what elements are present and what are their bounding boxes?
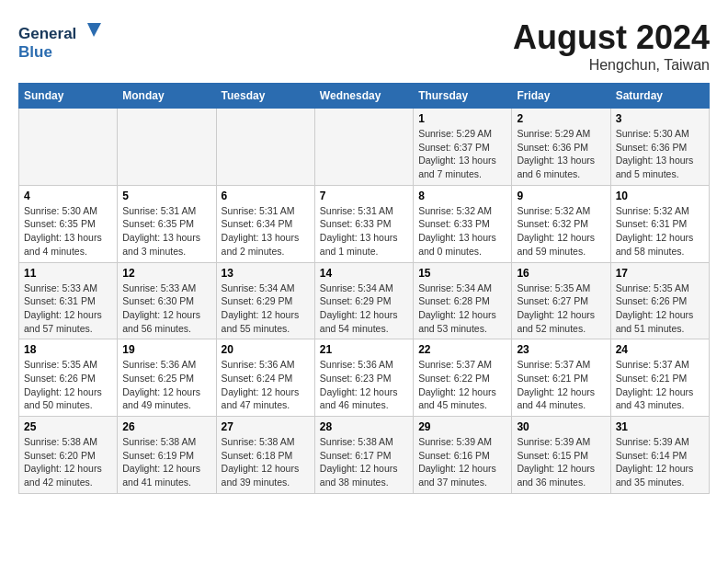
day-detail: Sunrise: 5:30 AM Sunset: 6:35 PM Dayligh… bbox=[24, 204, 112, 259]
day-detail: Sunrise: 5:34 AM Sunset: 6:29 PM Dayligh… bbox=[222, 282, 310, 336]
calendar-cell bbox=[216, 109, 314, 186]
day-number: 30 bbox=[517, 420, 605, 433]
day-number: 22 bbox=[418, 343, 506, 356]
calendar-week-row: 11Sunrise: 5:33 AM Sunset: 6:31 PM Dayli… bbox=[19, 262, 710, 339]
day-number: 14 bbox=[320, 267, 408, 280]
day-detail: Sunrise: 5:29 AM Sunset: 6:37 PM Dayligh… bbox=[418, 127, 506, 181]
calendar-cell: 5Sunrise: 5:31 AM Sunset: 6:35 PM Daylig… bbox=[118, 185, 216, 262]
calendar-cell: 7Sunrise: 5:31 AM Sunset: 6:33 PM Daylig… bbox=[314, 185, 413, 262]
calendar-cell: 11Sunrise: 5:33 AM Sunset: 6:31 PM Dayli… bbox=[19, 262, 118, 339]
day-number: 29 bbox=[418, 420, 506, 433]
day-detail: Sunrise: 5:35 AM Sunset: 6:26 PM Dayligh… bbox=[24, 358, 112, 412]
day-number: 4 bbox=[24, 190, 112, 202]
day-number: 16 bbox=[517, 267, 605, 280]
day-detail: Sunrise: 5:29 AM Sunset: 6:36 PM Dayligh… bbox=[517, 127, 605, 181]
calendar-cell bbox=[314, 109, 413, 186]
day-detail: Sunrise: 5:38 AM Sunset: 6:18 PM Dayligh… bbox=[222, 435, 310, 489]
calendar-cell bbox=[118, 109, 216, 186]
calendar-cell: 20Sunrise: 5:36 AM Sunset: 6:24 PM Dayli… bbox=[216, 339, 314, 417]
day-detail: Sunrise: 5:33 AM Sunset: 6:31 PM Dayligh… bbox=[24, 282, 112, 336]
day-number: 15 bbox=[418, 267, 506, 280]
day-detail: Sunrise: 5:38 AM Sunset: 6:20 PM Dayligh… bbox=[24, 435, 112, 489]
svg-text:General: General bbox=[18, 25, 76, 42]
calendar-cell: 10Sunrise: 5:32 AM Sunset: 6:31 PM Dayli… bbox=[610, 185, 709, 262]
calendar-cell: 19Sunrise: 5:36 AM Sunset: 6:25 PM Dayli… bbox=[118, 339, 216, 417]
day-number: 26 bbox=[122, 420, 210, 433]
day-number: 19 bbox=[122, 343, 210, 356]
day-number: 28 bbox=[320, 420, 408, 433]
calendar-cell: 18Sunrise: 5:35 AM Sunset: 6:26 PM Dayli… bbox=[19, 339, 118, 417]
calendar-cell: 9Sunrise: 5:32 AM Sunset: 6:32 PM Daylig… bbox=[512, 185, 610, 262]
calendar-cell: 26Sunrise: 5:38 AM Sunset: 6:19 PM Dayli… bbox=[118, 417, 216, 494]
day-detail: Sunrise: 5:33 AM Sunset: 6:30 PM Dayligh… bbox=[122, 282, 210, 336]
calendar-cell: 15Sunrise: 5:34 AM Sunset: 6:28 PM Dayli… bbox=[414, 262, 512, 339]
logo-svg: General Blue bbox=[18, 18, 110, 64]
day-number: 1 bbox=[418, 112, 506, 125]
col-friday: Friday bbox=[512, 84, 610, 109]
calendar-cell: 4Sunrise: 5:30 AM Sunset: 6:35 PM Daylig… bbox=[19, 185, 118, 262]
day-detail: Sunrise: 5:37 AM Sunset: 6:21 PM Dayligh… bbox=[616, 358, 704, 412]
calendar-cell: 27Sunrise: 5:38 AM Sunset: 6:18 PM Dayli… bbox=[216, 417, 314, 494]
calendar-cell: 30Sunrise: 5:39 AM Sunset: 6:15 PM Dayli… bbox=[512, 417, 610, 494]
day-detail: Sunrise: 5:34 AM Sunset: 6:29 PM Dayligh… bbox=[320, 282, 408, 336]
day-detail: Sunrise: 5:38 AM Sunset: 6:19 PM Dayligh… bbox=[122, 435, 210, 489]
calendar-cell: 3Sunrise: 5:30 AM Sunset: 6:36 PM Daylig… bbox=[610, 109, 709, 186]
calendar-cell: 22Sunrise: 5:37 AM Sunset: 6:22 PM Dayli… bbox=[414, 339, 512, 417]
col-wednesday: Wednesday bbox=[314, 84, 413, 109]
day-detail: Sunrise: 5:31 AM Sunset: 6:34 PM Dayligh… bbox=[222, 204, 310, 259]
day-detail: Sunrise: 5:39 AM Sunset: 6:14 PM Dayligh… bbox=[616, 435, 704, 489]
day-detail: Sunrise: 5:39 AM Sunset: 6:15 PM Dayligh… bbox=[517, 435, 605, 489]
day-number: 9 bbox=[517, 190, 605, 202]
day-detail: Sunrise: 5:31 AM Sunset: 6:35 PM Dayligh… bbox=[122, 204, 210, 259]
page-header: General Blue August 2024 Hengchun, Taiwa… bbox=[18, 18, 710, 74]
day-detail: Sunrise: 5:39 AM Sunset: 6:16 PM Dayligh… bbox=[418, 435, 506, 489]
day-number: 2 bbox=[517, 112, 605, 125]
calendar-cell: 29Sunrise: 5:39 AM Sunset: 6:16 PM Dayli… bbox=[414, 417, 512, 494]
day-number: 13 bbox=[222, 267, 310, 280]
title-block: August 2024 Hengchun, Taiwan bbox=[513, 18, 710, 74]
calendar-cell: 13Sunrise: 5:34 AM Sunset: 6:29 PM Dayli… bbox=[216, 262, 314, 339]
calendar-cell bbox=[19, 109, 118, 186]
calendar-body: 1Sunrise: 5:29 AM Sunset: 6:37 PM Daylig… bbox=[19, 109, 710, 494]
day-detail: Sunrise: 5:34 AM Sunset: 6:28 PM Dayligh… bbox=[418, 282, 506, 336]
calendar-cell: 17Sunrise: 5:35 AM Sunset: 6:26 PM Dayli… bbox=[610, 262, 709, 339]
day-number: 23 bbox=[517, 343, 605, 356]
svg-text:Blue: Blue bbox=[18, 43, 52, 61]
calendar-cell: 6Sunrise: 5:31 AM Sunset: 6:34 PM Daylig… bbox=[216, 185, 314, 262]
calendar-cell: 12Sunrise: 5:33 AM Sunset: 6:30 PM Dayli… bbox=[118, 262, 216, 339]
calendar-cell: 16Sunrise: 5:35 AM Sunset: 6:27 PM Dayli… bbox=[512, 262, 610, 339]
col-monday: Monday bbox=[118, 84, 216, 109]
header-row: Sunday Monday Tuesday Wednesday Thursday… bbox=[19, 84, 710, 109]
day-number: 7 bbox=[320, 190, 408, 202]
month-year: August 2024 bbox=[513, 18, 710, 57]
day-detail: Sunrise: 5:38 AM Sunset: 6:17 PM Dayligh… bbox=[320, 435, 408, 489]
day-detail: Sunrise: 5:36 AM Sunset: 6:24 PM Dayligh… bbox=[222, 358, 310, 412]
col-sunday: Sunday bbox=[19, 84, 118, 109]
day-number: 11 bbox=[24, 267, 112, 280]
day-number: 3 bbox=[616, 112, 704, 125]
day-detail: Sunrise: 5:30 AM Sunset: 6:36 PM Dayligh… bbox=[616, 127, 704, 181]
day-number: 10 bbox=[616, 190, 704, 202]
day-number: 25 bbox=[24, 420, 112, 433]
day-detail: Sunrise: 5:36 AM Sunset: 6:23 PM Dayligh… bbox=[320, 358, 408, 412]
calendar-cell: 14Sunrise: 5:34 AM Sunset: 6:29 PM Dayli… bbox=[314, 262, 413, 339]
calendar-header: Sunday Monday Tuesday Wednesday Thursday… bbox=[19, 84, 710, 109]
day-number: 27 bbox=[222, 420, 310, 433]
day-number: 8 bbox=[418, 190, 506, 202]
calendar-cell: 2Sunrise: 5:29 AM Sunset: 6:36 PM Daylig… bbox=[512, 109, 610, 186]
day-detail: Sunrise: 5:37 AM Sunset: 6:22 PM Dayligh… bbox=[418, 358, 506, 412]
day-number: 24 bbox=[616, 343, 704, 356]
col-saturday: Saturday bbox=[610, 84, 709, 109]
day-detail: Sunrise: 5:32 AM Sunset: 6:32 PM Dayligh… bbox=[517, 204, 605, 259]
calendar-cell: 28Sunrise: 5:38 AM Sunset: 6:17 PM Dayli… bbox=[314, 417, 413, 494]
calendar-week-row: 1Sunrise: 5:29 AM Sunset: 6:37 PM Daylig… bbox=[19, 109, 710, 186]
day-number: 20 bbox=[222, 343, 310, 356]
calendar-cell: 31Sunrise: 5:39 AM Sunset: 6:14 PM Dayli… bbox=[610, 417, 709, 494]
calendar-cell: 1Sunrise: 5:29 AM Sunset: 6:37 PM Daylig… bbox=[414, 109, 512, 186]
day-detail: Sunrise: 5:36 AM Sunset: 6:25 PM Dayligh… bbox=[122, 358, 210, 412]
logo: General Blue bbox=[18, 18, 110, 64]
calendar-week-row: 18Sunrise: 5:35 AM Sunset: 6:26 PM Dayli… bbox=[19, 339, 710, 417]
day-detail: Sunrise: 5:32 AM Sunset: 6:31 PM Dayligh… bbox=[616, 204, 704, 259]
day-number: 6 bbox=[222, 190, 310, 202]
svg-marker-2 bbox=[87, 23, 101, 37]
